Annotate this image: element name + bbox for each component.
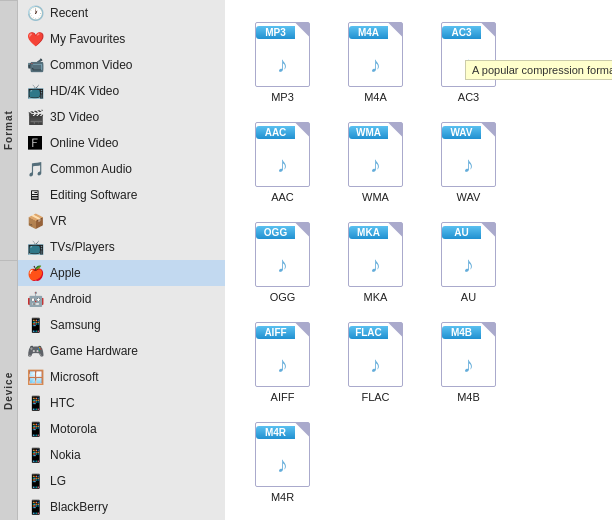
sidebar-item-3d-video[interactable]: 🎬3D Video xyxy=(18,104,225,130)
recent-icon: 🕐 xyxy=(26,4,44,22)
format-icon-wma: WMA♪ xyxy=(341,119,411,189)
music-note-mp3: ♪ xyxy=(277,52,288,78)
sidebar-item-microsoft[interactable]: 🪟Microsoft xyxy=(18,364,225,390)
format-name-wav: WAV xyxy=(457,191,481,203)
file-base-flac: FLAC♪ xyxy=(348,322,403,387)
sidebar-item-label-blackberry: BlackBerry xyxy=(50,500,108,514)
music-note-wma: ♪ xyxy=(370,152,381,178)
music-note-m4b: ♪ xyxy=(463,352,474,378)
file-badge-flac: FLAC xyxy=(349,326,388,339)
sidebar-item-vr[interactable]: 📦VR xyxy=(18,208,225,234)
main-content: MP3♪MP3M4A♪M4AAC3♪AC3AAC♪AACWMA♪WMAWAV♪W… xyxy=(225,0,612,520)
sidebar-item-label-common-audio: Common Audio xyxy=(50,162,132,176)
file-base-mp3: MP3♪ xyxy=(255,22,310,87)
file-base-ogg: OGG♪ xyxy=(255,222,310,287)
sidebar-item-blackberry[interactable]: 📱BlackBerry xyxy=(18,494,225,520)
sidebar-item-htc[interactable]: 📱HTC xyxy=(18,390,225,416)
nokia-icon: 📱 xyxy=(26,446,44,464)
sidebar-item-motorola[interactable]: 📱Motorola xyxy=(18,416,225,442)
common-audio-icon: 🎵 xyxy=(26,160,44,178)
music-note-flac: ♪ xyxy=(370,352,381,378)
music-note-wav: ♪ xyxy=(463,152,474,178)
format-name-ac3: AC3 xyxy=(458,91,479,103)
file-badge-wma: WMA xyxy=(349,126,388,139)
format-item-m4a[interactable]: M4A♪M4A xyxy=(333,15,418,107)
sidebar-item-recent[interactable]: 🕐Recent xyxy=(18,0,225,26)
format-icon-aiff: AIFF♪ xyxy=(248,319,318,389)
sidebar-item-editing-software[interactable]: 🖥Editing Software xyxy=(18,182,225,208)
sidebar-item-android[interactable]: 🤖Android xyxy=(18,286,225,312)
sidebar-item-hd-4k-video[interactable]: 📺HD/4K Video xyxy=(18,78,225,104)
file-base-aac: AAC♪ xyxy=(255,122,310,187)
sidebar-item-common-video[interactable]: 📹Common Video xyxy=(18,52,225,78)
format-icon-m4a: M4A♪ xyxy=(341,19,411,89)
file-badge-mp3: MP3 xyxy=(256,26,295,39)
format-item-aac[interactable]: AAC♪AAC xyxy=(240,115,325,207)
file-base-m4a: M4A♪ xyxy=(348,22,403,87)
format-name-mka: MKA xyxy=(364,291,388,303)
format-item-flac[interactable]: FLAC♪FLAC xyxy=(333,315,418,407)
file-base-mka: MKA♪ xyxy=(348,222,403,287)
device-label: Device xyxy=(0,260,17,520)
online-video-icon: 🅵 xyxy=(26,134,44,152)
file-base-au: AU♪ xyxy=(441,222,496,287)
sidebar-item-lg[interactable]: 📱LG xyxy=(18,468,225,494)
format-item-ac3[interactable]: AC3♪AC3 xyxy=(426,15,511,107)
sidebar-item-nokia[interactable]: 📱Nokia xyxy=(18,442,225,468)
sidebar-item-apple[interactable]: 🍎Apple xyxy=(18,260,225,286)
music-note-ogg: ♪ xyxy=(277,252,288,278)
sidebar-item-online-video[interactable]: 🅵Online Video xyxy=(18,130,225,156)
music-note-m4r: ♪ xyxy=(277,452,288,478)
format-item-m4r[interactable]: M4R♪M4R xyxy=(240,415,325,507)
lg-icon: 📱 xyxy=(26,472,44,490)
sidebar: Format Device 🕐Recent❤️My Favourites📹Com… xyxy=(0,0,225,520)
editing-software-icon: 🖥 xyxy=(26,186,44,204)
file-badge-m4b: M4B xyxy=(442,326,481,339)
format-item-wav[interactable]: WAV♪WAV xyxy=(426,115,511,207)
file-badge-ac3: AC3 xyxy=(442,26,481,39)
format-item-mp3[interactable]: MP3♪MP3 xyxy=(240,15,325,107)
sidebar-item-common-audio[interactable]: 🎵Common Audio xyxy=(18,156,225,182)
format-item-au[interactable]: AU♪AU xyxy=(426,215,511,307)
game-hardware-icon: 🎮 xyxy=(26,342,44,360)
format-icon-ogg: OGG♪ xyxy=(248,219,318,289)
format-item-m4b[interactable]: M4B♪M4B xyxy=(426,315,511,407)
format-icon-flac: FLAC♪ xyxy=(341,319,411,389)
format-icon-au: AU♪ xyxy=(434,219,504,289)
format-icon-mp3: MP3♪ xyxy=(248,19,318,89)
motorola-icon: 📱 xyxy=(26,420,44,438)
sidebar-item-label-common-video: Common Video xyxy=(50,58,133,72)
sidebar-item-my-favourites[interactable]: ❤️My Favourites xyxy=(18,26,225,52)
microsoft-icon: 🪟 xyxy=(26,368,44,386)
sidebar-item-label-android: Android xyxy=(50,292,91,306)
format-item-wma[interactable]: WMA♪WMA xyxy=(333,115,418,207)
music-note-ac3: ♪ xyxy=(463,52,474,78)
my-favourites-icon: ❤️ xyxy=(26,30,44,48)
sidebar-item-game-hardware[interactable]: 🎮Game Hardware xyxy=(18,338,225,364)
sidebar-list[interactable]: 🕐Recent❤️My Favourites📹Common Video📺HD/4… xyxy=(18,0,225,520)
format-item-ogg[interactable]: OGG♪OGG xyxy=(240,215,325,307)
file-base-ac3: AC3♪ xyxy=(441,22,496,87)
file-base-m4b: M4B♪ xyxy=(441,322,496,387)
sidebar-item-label-apple: Apple xyxy=(50,266,81,280)
format-name-wma: WMA xyxy=(362,191,389,203)
samsung-icon: 📱 xyxy=(26,316,44,334)
sidebar-item-label-lg: LG xyxy=(50,474,66,488)
sidebar-item-label-htc: HTC xyxy=(50,396,75,410)
format-name-ogg: OGG xyxy=(270,291,296,303)
file-base-m4r: M4R♪ xyxy=(255,422,310,487)
sidebar-item-label-motorola: Motorola xyxy=(50,422,97,436)
format-name-flac: FLAC xyxy=(361,391,389,403)
sidebar-item-samsung[interactable]: 📱Samsung xyxy=(18,312,225,338)
formats-grid: MP3♪MP3M4A♪M4AAC3♪AC3AAC♪AACWMA♪WMAWAV♪W… xyxy=(235,10,602,512)
sidebar-item-tvs-players[interactable]: 📺TVs/Players xyxy=(18,234,225,260)
music-note-au: ♪ xyxy=(463,252,474,278)
format-name-aiff: AIFF xyxy=(271,391,295,403)
sidebar-item-label-nokia: Nokia xyxy=(50,448,81,462)
format-item-mka[interactable]: MKA♪MKA xyxy=(333,215,418,307)
sidebar-item-label-online-video: Online Video xyxy=(50,136,119,150)
blackberry-icon: 📱 xyxy=(26,498,44,516)
format-name-m4r: M4R xyxy=(271,491,294,503)
format-item-aiff[interactable]: AIFF♪AIFF xyxy=(240,315,325,407)
3d-video-icon: 🎬 xyxy=(26,108,44,126)
